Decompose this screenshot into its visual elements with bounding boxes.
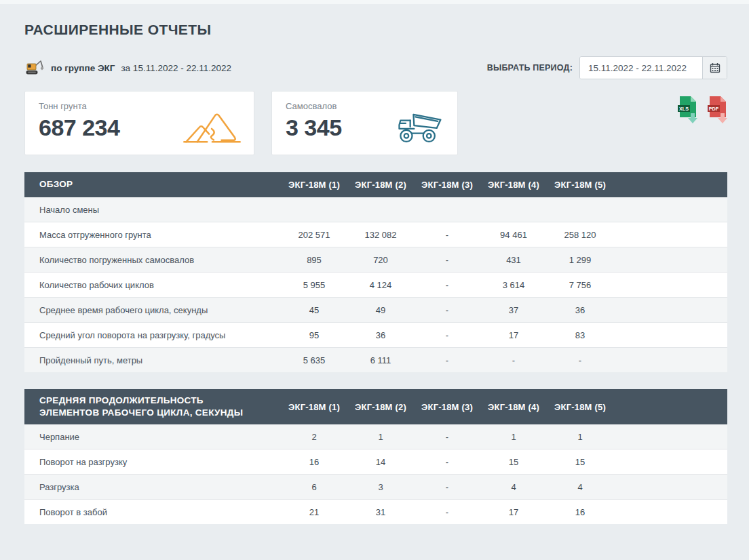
- period-input[interactable]: [580, 57, 702, 79]
- column-header: ЭКГ-18М (3): [414, 402, 480, 412]
- table-cell: 258 120: [547, 230, 613, 240]
- page-title: РАСШИРЕННЫЕ ОТЧЕТЫ: [24, 22, 727, 38]
- svg-text:PDF: PDF: [709, 106, 719, 112]
- table-row: Пройденный путь, метры5 6356 111---: [24, 347, 727, 372]
- row-label: Разгрузка: [24, 482, 281, 492]
- row-label: Начало смены: [24, 205, 281, 215]
- table-cell: 21: [281, 507, 347, 517]
- table-row: Разгрузка63-44: [24, 474, 727, 499]
- table-cell: 15: [480, 457, 547, 467]
- column-header: ЭКГ-18М (5): [547, 180, 613, 190]
- table-cell: 3: [347, 482, 414, 492]
- table-cell: 17: [480, 330, 547, 340]
- column-header: ЭКГ-18М (4): [480, 180, 547, 190]
- table-row: Средний угол поворота на разгрузку, град…: [24, 322, 727, 347]
- table-row: Количество погруженных самосвалов895720-…: [24, 247, 727, 272]
- table-cell: -: [414, 482, 480, 492]
- row-label: Количество рабочих циклов: [24, 280, 281, 290]
- table-cell: 14: [347, 457, 414, 467]
- table-cell: 895: [281, 255, 347, 265]
- table-cell: 36: [547, 305, 613, 315]
- table-cell: 4: [480, 482, 547, 492]
- table-cell: -: [414, 355, 480, 365]
- row-label: Масса отгруженного грунта: [24, 230, 281, 240]
- row-label: Поворот в забой: [24, 507, 281, 517]
- calendar-icon: [710, 62, 721, 73]
- top-edge: [0, 0, 749, 4]
- column-header: ЭКГ-18М (2): [347, 402, 414, 412]
- period-input-group: [579, 56, 727, 79]
- stat-card-trucks: Самосвалов 3 345: [271, 91, 458, 155]
- table-cell: 5 635: [281, 355, 347, 365]
- export-xls-button[interactable]: XLS: [677, 96, 697, 124]
- stats-row: Тонн грунта 687 234 Самосвалов 3 345: [24, 91, 727, 155]
- table-cell: 3 614: [480, 280, 547, 290]
- table-cell: 2: [281, 432, 347, 442]
- period-selector: ВЫБРАТЬ ПЕРИОД:: [487, 56, 727, 79]
- table-cell: 16: [281, 457, 347, 467]
- column-header: ЭКГ-18М (3): [414, 180, 480, 190]
- table-cell: 6: [281, 482, 347, 492]
- table-cell: -: [414, 507, 480, 517]
- table-cell: 4 124: [347, 280, 414, 290]
- excavator-icon: [24, 60, 45, 77]
- table-cell: 132 082: [347, 230, 414, 240]
- export-buttons: XLS PDF: [677, 91, 727, 124]
- mountain-icon: [182, 107, 243, 148]
- report-table-cycle-durations: СРЕДНЯЯ ПРОДОЛЖИТЕЛЬНОСТЬ ЭЛЕМЕНТОВ РАБО…: [24, 389, 727, 524]
- table-title: ОБЗОР: [24, 173, 281, 196]
- export-pdf-button[interactable]: PDF: [707, 96, 727, 124]
- svg-text:XLS: XLS: [679, 106, 689, 112]
- table-cell: 7 756: [547, 280, 613, 290]
- column-header: ЭКГ-18М (4): [480, 402, 547, 412]
- stat-card-tons: Тонн грунта 687 234: [24, 91, 254, 155]
- table-cell: 45: [281, 305, 347, 315]
- table-cell: 95: [281, 330, 347, 340]
- table-cell: -: [414, 457, 480, 467]
- table-row: Поворот на разгрузку1614-1515: [24, 449, 727, 474]
- table-cell: -: [414, 230, 480, 240]
- table-cell: 431: [480, 255, 547, 265]
- table-cell: 49: [347, 305, 414, 315]
- table-header: СРЕДНЯЯ ПРОДОЛЖИТЕЛЬНОСТЬ ЭЛЕМЕНТОВ РАБО…: [24, 389, 727, 424]
- table-cell: 1: [547, 432, 613, 442]
- report-tables: ОБЗОРЭКГ-18М (1)ЭКГ-18М (2)ЭКГ-18М (3)ЭК…: [24, 172, 727, 524]
- row-label: Пройденный путь, метры: [24, 355, 281, 365]
- dump-truck-icon: [392, 107, 446, 148]
- table-row: Поворот в забой2131-1716: [24, 499, 727, 524]
- extended-reports-page: РАСШИРЕННЫЕ ОТЧЕТЫ по группе ЭКГ за 15.1…: [0, 22, 749, 524]
- column-header: ЭКГ-18М (1): [281, 180, 347, 190]
- table-header: ОБЗОРЭКГ-18М (1)ЭКГ-18М (2)ЭКГ-18М (3)ЭК…: [24, 172, 727, 197]
- calendar-button[interactable]: [702, 57, 727, 79]
- table-cell: 16: [547, 507, 613, 517]
- table-cell: 1: [480, 432, 547, 442]
- table-cell: 31: [347, 507, 414, 517]
- table-cell: 15: [547, 457, 613, 467]
- report-scope: по группе ЭКГ за 15.11.2022 - 22.11.2022: [24, 60, 231, 77]
- table-cell: 1: [347, 432, 414, 442]
- subheader: по группе ЭКГ за 15.11.2022 - 22.11.2022…: [24, 56, 727, 80]
- period-label: ВЫБРАТЬ ПЕРИОД:: [487, 63, 573, 73]
- row-label: Среднее время рабочего цикла, секунды: [24, 305, 281, 315]
- table-cell: 37: [480, 305, 547, 315]
- table-cell: -: [414, 280, 480, 290]
- table-cell: -: [414, 255, 480, 265]
- row-label: Средний угол поворота на разгрузку, град…: [24, 330, 281, 340]
- table-cell: 1 299: [547, 255, 613, 265]
- table-row: Черпание21-11: [24, 424, 727, 449]
- table-cell: 720: [347, 255, 414, 265]
- column-header: ЭКГ-18М (1): [281, 402, 347, 412]
- row-label: Количество погруженных самосвалов: [24, 255, 281, 265]
- table-row: Начало смены: [24, 197, 727, 222]
- table-cell: 83: [547, 330, 613, 340]
- row-label: Поворот на разгрузку: [24, 457, 281, 467]
- table-cell: -: [414, 330, 480, 340]
- table-cell: 5 955: [281, 280, 347, 290]
- row-label: Черпание: [24, 432, 281, 442]
- table-cell: 94 461: [480, 230, 547, 240]
- table-cell: 202 571: [281, 230, 347, 240]
- report-table-overview: ОБЗОРЭКГ-18М (1)ЭКГ-18М (2)ЭКГ-18М (3)ЭК…: [24, 172, 727, 372]
- table-cell: 36: [347, 330, 414, 340]
- table-cell: -: [414, 305, 480, 315]
- report-scope-period: за 15.11.2022 - 22.11.2022: [121, 63, 231, 73]
